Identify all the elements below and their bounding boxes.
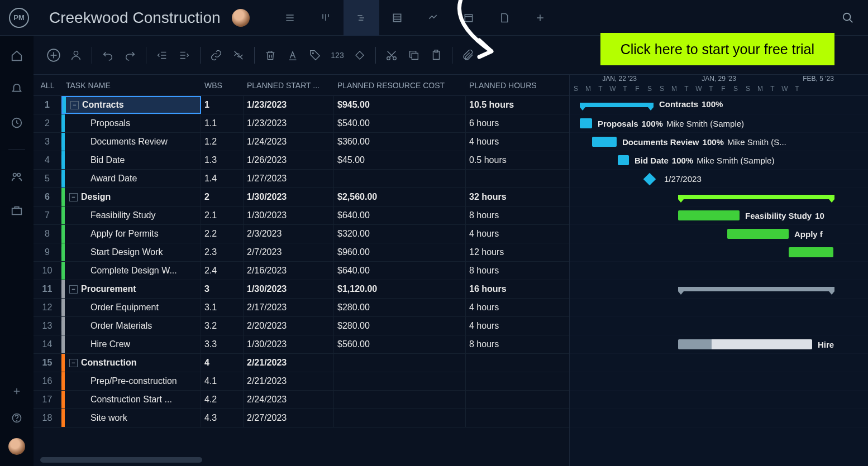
task-bar[interactable]: Bid Date100%Mike Smith (Sample) — [618, 155, 629, 165]
start-cell[interactable]: 2/7/2023 — [244, 243, 334, 261]
hours-cell[interactable]: 4 hours — [466, 225, 555, 243]
task-name-cell[interactable]: Documents Review — [61, 133, 201, 151]
cost-cell[interactable]: $560.00 — [334, 335, 466, 353]
view-gantt[interactable] — [344, 0, 379, 36]
wbs-cell[interactable]: 3.2 — [201, 317, 244, 335]
cost-cell[interactable] — [334, 391, 466, 409]
search-icon[interactable] — [837, 7, 859, 29]
cost-cell[interactable]: $945.00 — [334, 96, 466, 114]
start-cell[interactable]: 1/30/2023 — [244, 335, 334, 353]
cost-cell[interactable] — [334, 170, 466, 188]
task-row[interactable]: 4 Bid Date 1.3 1/26/2023 $45.00 0.5 hour… — [34, 151, 569, 170]
col-start[interactable]: PLANNED START ... — [244, 75, 334, 95]
number-icon[interactable]: 123 — [328, 46, 346, 64]
task-name-cell[interactable]: Bid Date — [61, 151, 201, 169]
gantt-row[interactable]: Apply f — [570, 225, 868, 243]
cost-cell[interactable]: $320.00 — [334, 225, 466, 243]
cost-cell[interactable]: $540.00 — [334, 114, 466, 132]
start-cell[interactable]: 1/23/2023 — [244, 96, 334, 114]
paste-icon[interactable] — [427, 46, 445, 64]
recent-icon[interactable] — [10, 116, 23, 129]
add-task-icon[interactable] — [45, 46, 63, 64]
gantt-row[interactable]: Feasibility Study10 — [570, 206, 868, 225]
hours-cell[interactable] — [466, 372, 555, 390]
task-name-cell[interactable]: Site work — [61, 409, 201, 427]
task-name-cell[interactable]: Hire Crew — [61, 335, 201, 353]
start-cell[interactable]: 1/26/2023 — [244, 151, 334, 169]
home-icon[interactable] — [10, 49, 23, 63]
profile-avatar[interactable] — [8, 438, 25, 455]
cost-cell[interactable] — [334, 354, 466, 372]
outdent-icon[interactable] — [153, 46, 171, 64]
task-name-cell[interactable]: − Procurement — [61, 280, 201, 298]
task-name-cell[interactable]: − Contracts — [61, 96, 201, 114]
gantt-row[interactable] — [570, 317, 868, 335]
gantt-row[interactable]: Contracts100% — [570, 96, 868, 114]
hours-cell[interactable]: 6 hours — [466, 114, 555, 132]
task-name-cell[interactable]: Complete Design W... — [61, 262, 201, 280]
task-row[interactable]: 11 − Procurement 3 1/30/2023 $1,120.00 1… — [34, 280, 569, 299]
task-name-cell[interactable]: Start Design Work — [61, 243, 201, 261]
col-task-name[interactable]: TASK NAME — [61, 75, 201, 95]
task-row[interactable]: 14 Hire Crew 3.3 1/30/2023 $560.00 8 hou… — [34, 335, 569, 354]
start-cell[interactable]: 2/21/2023 — [244, 354, 334, 372]
view-board[interactable] — [308, 0, 344, 36]
hours-cell[interactable]: 8 hours — [466, 206, 555, 224]
hours-cell[interactable] — [466, 409, 555, 427]
task-name-cell[interactable]: Award Date — [61, 170, 201, 188]
task-bar[interactable] — [789, 247, 833, 257]
task-row[interactable]: 12 Order Equipment 3.1 2/17/2023 $280.00… — [34, 299, 569, 317]
task-row[interactable]: 18 Site work 4.3 2/27/2023 — [34, 409, 569, 427]
help-icon[interactable] — [10, 411, 23, 425]
hours-cell[interactable]: 8 hours — [466, 335, 555, 353]
wbs-cell[interactable]: 2.2 — [201, 225, 244, 243]
collapse-icon[interactable]: − — [70, 101, 79, 109]
link-icon[interactable] — [207, 46, 225, 64]
team-icon[interactable] — [10, 170, 23, 184]
gantt-row[interactable]: Proposals100%Mike Smith (Sample) — [570, 114, 868, 133]
gantt-row[interactable]: Bid Date100%Mike Smith (Sample) — [570, 151, 868, 170]
gantt-row[interactable]: 1/27/2023 — [570, 170, 868, 188]
gantt-row[interactable] — [570, 299, 868, 317]
gantt-row[interactable] — [570, 372, 868, 391]
gantt-row[interactable] — [570, 391, 868, 409]
attach-icon[interactable] — [459, 46, 477, 64]
start-cell[interactable]: 1/23/2023 — [244, 114, 334, 132]
wbs-cell[interactable]: 1.4 — [201, 170, 244, 188]
task-row[interactable]: 10 Complete Design W... 2.4 2/16/2023 $6… — [34, 262, 569, 280]
task-bar[interactable]: Feasibility Study10 — [678, 210, 740, 220]
view-add[interactable] — [522, 0, 558, 36]
start-cell[interactable]: 2/3/2023 — [244, 225, 334, 243]
notifications-icon[interactable] — [10, 83, 23, 96]
task-name-cell[interactable]: Proposals — [61, 114, 201, 132]
wbs-cell[interactable]: 4.2 — [201, 391, 244, 409]
milestone-marker[interactable] — [643, 173, 656, 186]
start-cell[interactable]: 1/30/2023 — [244, 188, 334, 206]
summary-bar[interactable] — [678, 195, 834, 199]
gantt-row[interactable] — [570, 280, 868, 299]
task-name-cell[interactable]: Apply for Permits — [61, 225, 201, 243]
cost-cell[interactable]: $280.00 — [334, 299, 466, 316]
hours-cell[interactable]: 4 hours — [466, 317, 555, 335]
tag-icon[interactable] — [306, 46, 324, 64]
start-cell[interactable]: 1/30/2023 — [244, 206, 334, 224]
cost-cell[interactable]: $960.00 — [334, 243, 466, 261]
wbs-cell[interactable]: 1.2 — [201, 133, 244, 151]
horizontal-scrollbar[interactable] — [40, 457, 202, 463]
wbs-cell[interactable]: 3 — [201, 280, 244, 298]
unlink-icon[interactable] — [230, 46, 247, 64]
cost-cell[interactable] — [334, 372, 466, 390]
hours-cell[interactable]: 0.5 hours — [466, 151, 555, 169]
task-bar[interactable]: Proposals100%Mike Smith (Sample) — [580, 118, 592, 128]
milestone-icon[interactable] — [351, 46, 369, 64]
hours-cell[interactable]: 12 hours — [466, 243, 555, 261]
hours-cell[interactable]: 8 hours — [466, 262, 555, 280]
cost-cell[interactable]: $2,560.00 — [334, 188, 466, 206]
task-row[interactable]: 9 Start Design Work 2.3 2/7/2023 $960.00… — [34, 243, 569, 262]
task-name-cell[interactable]: Feasibility Study — [61, 206, 201, 224]
wbs-cell[interactable]: 3.1 — [201, 299, 244, 316]
task-name-cell[interactable]: Construction Start ... — [61, 391, 201, 409]
cost-cell[interactable]: $45.00 — [334, 151, 466, 169]
task-row[interactable]: 8 Apply for Permits 2.2 2/3/2023 $320.00… — [34, 225, 569, 243]
hours-cell[interactable] — [466, 170, 555, 188]
